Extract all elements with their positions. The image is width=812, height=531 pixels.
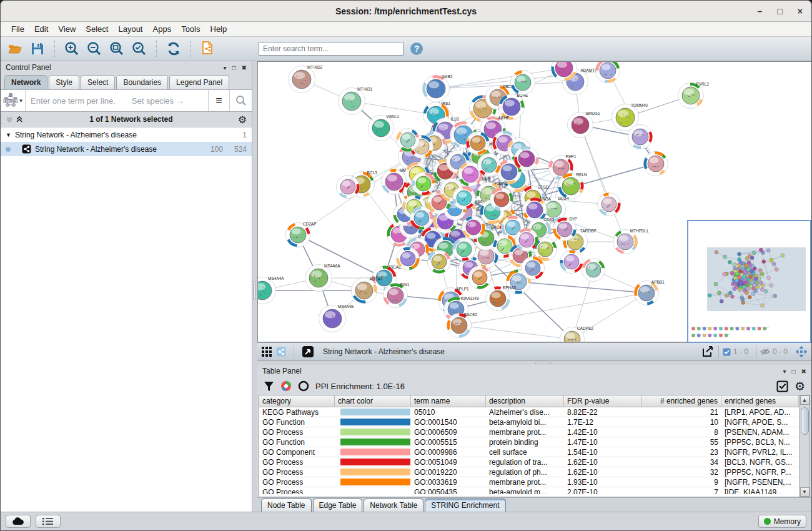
help-icon[interactable]: ?: [407, 39, 426, 58]
column-header[interactable]: FDR p-value: [564, 395, 642, 407]
column-header[interactable]: category: [259, 395, 335, 407]
table-row[interactable]: KEGG Pathways05010Alzheimer's dise...8.8…: [259, 407, 799, 417]
zoom-fit-icon[interactable]: [107, 39, 126, 58]
table-scrollbar[interactable]: ▲ ▼: [799, 395, 810, 497]
menu-file[interactable]: File: [7, 22, 29, 36]
chart-color-swatch: [340, 449, 410, 455]
hidden-count-badge: 0 - 0: [756, 345, 791, 358]
task-list-button[interactable]: [36, 515, 61, 528]
svg-text:GAB2: GAB2: [442, 74, 453, 79]
chart-color-swatch: [340, 459, 410, 465]
annotation-mode-icon[interactable]: [302, 345, 314, 358]
table-cell: [NGFR, APOE, S...: [721, 417, 799, 427]
table-row[interactable]: GO FunctionGO:0005515protein binding1.47…: [259, 437, 799, 447]
open-file-icon[interactable]: [6, 39, 24, 58]
grid-view-icon[interactable]: [261, 346, 272, 357]
tab-legend-panel[interactable]: Legend Panel: [169, 75, 229, 89]
table-splitter[interactable]: [257, 361, 811, 365]
table-gear-icon[interactable]: ⚙: [795, 380, 805, 392]
table-row[interactable]: GO ProcessGO:0006509membrane prot...1.42…: [259, 427, 799, 437]
table-splitter-grip[interactable]: [535, 362, 551, 364]
filter-icon[interactable]: [264, 381, 274, 392]
birds-eye-view[interactable]: [687, 220, 811, 343]
column-header[interactable]: chart color: [335, 395, 411, 407]
column-header[interactable]: term name: [411, 395, 486, 407]
panel-close-icon[interactable]: ✖: [242, 64, 247, 71]
network-title: String Network - Alzheimer's disease: [323, 347, 697, 356]
panel-float-icon[interactable]: □: [232, 64, 236, 71]
network-name: String Network - Alzheimer's disease: [35, 145, 157, 154]
menu-view[interactable]: View: [54, 22, 80, 36]
string-logo-icon[interactable]: STRING ▾: [1, 90, 26, 111]
memory-button[interactable]: Memory: [758, 515, 806, 528]
table-row[interactable]: GO ProcessGO:0051049regulation of tra...…: [259, 457, 799, 467]
minimize-button[interactable]: –: [758, 7, 763, 16]
network-row[interactable]: String Network - Alzheimer's disease 100…: [1, 142, 252, 156]
network-gear-icon[interactable]: ⚙: [238, 114, 247, 126]
pan-navigate-icon[interactable]: [795, 345, 808, 358]
close-button[interactable]: ×: [798, 7, 803, 16]
column-header[interactable]: description: [486, 395, 564, 407]
scroll-up-arrow[interactable]: ▲: [800, 395, 810, 405]
tab-select[interactable]: Select: [81, 75, 115, 89]
splitter-grip[interactable]: [253, 281, 256, 300]
string-term-input[interactable]: Enter one term per line. Set species →: [26, 96, 208, 106]
zoom-out-icon[interactable]: [85, 39, 104, 58]
table-panel-menu-icon[interactable]: ▾: [783, 368, 786, 375]
table-tab-string-enrichment[interactable]: STRING Enrichment: [425, 499, 505, 512]
tab-style[interactable]: Style: [49, 75, 79, 89]
table-panel-title: Table Panel: [262, 367, 302, 375]
menu-layout[interactable]: Layout: [114, 22, 147, 36]
zoom-selected-icon[interactable]: [130, 39, 149, 58]
cloud-tasks-button[interactable]: [6, 515, 31, 528]
menu-apps[interactable]: Apps: [149, 22, 176, 36]
selected-checkbox-icon[interactable]: [723, 348, 731, 356]
select-columns-icon[interactable]: [776, 380, 788, 392]
zoom-in-icon[interactable]: [62, 39, 81, 58]
menu-select[interactable]: Select: [81, 22, 112, 36]
table-tab-network-table[interactable]: Network Table: [364, 499, 423, 512]
hidden-eye-icon[interactable]: [760, 348, 770, 355]
menu-help[interactable]: Help: [206, 22, 232, 36]
tab-network[interactable]: Network: [4, 75, 47, 89]
table-row[interactable]: GO ProcessGO:0050435beta-amyloid m...2.0…: [259, 487, 799, 494]
share-view-icon[interactable]: [276, 347, 286, 357]
table-row[interactable]: GO FunctionGO:0001540beta-amyloid bi...1…: [259, 417, 799, 427]
table-cell: GO Process: [259, 477, 335, 487]
column-header[interactable]: # enriched genes: [642, 395, 721, 407]
scrollbar-thumb[interactable]: [801, 407, 809, 435]
ring-chart-icon[interactable]: [298, 380, 309, 392]
refresh-icon[interactable]: [164, 39, 183, 58]
save-icon[interactable]: [28, 39, 47, 58]
tab-boundaries[interactable]: Boundaries: [116, 75, 168, 89]
maximize-button[interactable]: □: [777, 7, 782, 16]
svg-text:BIN1: BIN1: [400, 282, 410, 287]
network-edge-count: 524: [234, 145, 247, 154]
table-cell: [PPP5C, BCL3, N...: [721, 437, 799, 447]
string-options-icon[interactable]: ≡: [208, 90, 229, 111]
panel-splitter[interactable]: [252, 61, 257, 512]
string-dropdown-caret[interactable]: ▾: [19, 97, 22, 104]
title-bar: Session: /tmp/enrichmentTest.cys – □ ×: [1, 1, 811, 22]
chart-settings-icon[interactable]: [280, 380, 292, 392]
collection-expand-icon[interactable]: ▼: [6, 132, 11, 138]
string-search-icon[interactable]: [229, 90, 252, 111]
svg-text:KIAA1149: KIAA1149: [461, 296, 479, 300]
search-input[interactable]: [259, 42, 404, 56]
export-network-icon[interactable]: [701, 345, 715, 359]
network-collection-row[interactable]: ▼ String Network - Alzheimer's disease 1: [1, 127, 252, 142]
panel-menu-icon[interactable]: ▾: [224, 64, 227, 71]
table-tab-node-table[interactable]: Node Table: [261, 499, 312, 512]
table-panel-close-icon[interactable]: ✖: [801, 368, 806, 375]
collapse-expand-icons[interactable]: [6, 115, 24, 124]
menu-tools[interactable]: Tools: [177, 22, 204, 36]
scroll-down-arrow[interactable]: ▼: [800, 487, 810, 497]
column-header[interactable]: enriched genes: [721, 395, 799, 407]
table-tab-edge-table[interactable]: Edge Table: [313, 499, 363, 512]
network-document-icon[interactable]: [199, 39, 217, 58]
table-row[interactable]: GO ProcessGO:0019220regulation of ph...1…: [259, 467, 799, 477]
table-panel-float-icon[interactable]: □: [792, 368, 796, 375]
table-row[interactable]: GO ProcessGO:0033619membrane prot...1.93…: [259, 477, 799, 487]
table-row[interactable]: GO ComponentGO:0009986cell surface1.54E-…: [259, 447, 799, 457]
menu-edit[interactable]: Edit: [30, 22, 52, 36]
